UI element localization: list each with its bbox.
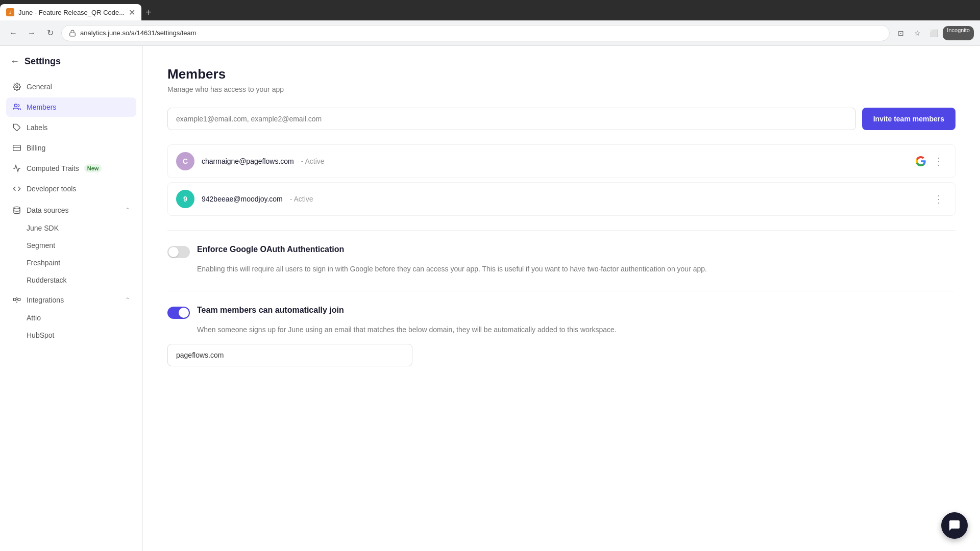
billing-icon — [12, 143, 21, 153]
reload-button[interactable]: ↻ — [43, 26, 57, 40]
address-bar[interactable]: analytics.june.so/a/14631/settings/team — [61, 25, 890, 41]
divider — [167, 291, 955, 291]
sidebar-item-computed-traits[interactable]: Computed Traits New — [6, 159, 136, 178]
member-actions: ⋮ — [915, 154, 947, 168]
member-status: - Active — [290, 195, 313, 203]
sidebar-item-developer-tools[interactable]: Developer tools — [6, 179, 136, 198]
sidebar-item-labels-label: Labels — [27, 123, 47, 132]
integrations-group: Integrations ⌃ Attio HubSpot — [6, 290, 136, 343]
sidebar-item-developer-tools-label: Developer tools — [27, 185, 76, 193]
member-status: - Active — [301, 157, 325, 165]
divider — [167, 230, 955, 231]
back-button[interactable]: ← — [6, 26, 20, 40]
data-sources-group-header[interactable]: Data sources ⌃ — [6, 201, 136, 220]
auto-join-description: When someone signs up for June using an … — [197, 324, 955, 335]
browser-chrome: J June - Feature Release_QR Code... ✕ + … — [0, 0, 980, 46]
member-actions: ⋮ — [930, 192, 947, 206]
sidebar-item-members[interactable]: Members — [6, 97, 136, 117]
sidebar-title: Settings — [24, 56, 61, 67]
toggle-thumb — [168, 247, 179, 257]
cast-icon[interactable]: ⊡ — [894, 26, 908, 40]
forward-button[interactable]: → — [24, 26, 39, 40]
new-tab-button[interactable]: + — [145, 4, 152, 20]
auto-join-label: Team members can automatically join — [197, 306, 344, 315]
member-row: C charmaigne@pageflows.com - Active ⋮ — [167, 144, 955, 178]
sidebar-item-billing-label: Billing — [27, 144, 45, 152]
sidebar: ← Settings General Members — [0, 46, 143, 551]
svg-rect-0 — [70, 33, 76, 36]
browser-action-icons: ⊡ ☆ ⬜ Incognito — [894, 26, 974, 40]
sidebar-item-billing[interactable]: Billing — [6, 138, 136, 158]
member-email: charmaigne@pageflows.com — [202, 157, 294, 165]
sidebar-item-hubspot-label: HubSpot — [27, 331, 54, 339]
tab-close-button[interactable]: ✕ — [129, 8, 135, 17]
auto-join-toggle[interactable] — [167, 307, 190, 319]
sidebar-item-hubspot[interactable]: HubSpot — [6, 327, 136, 343]
members-icon — [12, 103, 21, 112]
svg-point-6 — [14, 207, 20, 209]
enforce-oauth-toggle[interactable] — [167, 246, 190, 258]
sidebar-item-attio[interactable]: Attio — [6, 310, 136, 326]
svg-point-2 — [14, 104, 17, 107]
sidebar-item-general[interactable]: General — [6, 77, 136, 96]
auto-join-toggle-row: Team members can automatically join — [167, 306, 955, 319]
domain-input[interactable] — [167, 344, 412, 366]
sidebar-item-june-sdk[interactable]: June SDK — [6, 220, 136, 236]
sidebar-item-attio-label: Attio — [27, 314, 41, 322]
back-arrow-icon: ← — [10, 56, 19, 67]
browser-tabs: J June - Feature Release_QR Code... ✕ + — [0, 0, 980, 20]
auto-join-section: Team members can automatically join When… — [167, 306, 955, 366]
enforce-oauth-description: Enabling this will require all users to … — [197, 263, 955, 274]
integrations-group-header[interactable]: Integrations ⌃ — [6, 290, 136, 310]
enforce-oauth-section: Enforce Google OAuth Authentication Enab… — [167, 245, 955, 274]
sidebar-nav: General Members Labels — [0, 75, 142, 346]
extension-icon[interactable]: ⬜ — [926, 26, 941, 40]
sidebar-item-members-label: Members — [27, 103, 56, 111]
integrations-chevron: ⌃ — [125, 296, 130, 304]
computed-traits-new-badge: New — [84, 164, 102, 172]
domain-input-wrap — [167, 344, 955, 366]
sidebar-item-segment-label: Segment — [27, 241, 55, 249]
data-sources-group: Data sources ⌃ June SDK Segment Freshpai… — [6, 201, 136, 288]
computed-icon — [12, 164, 21, 173]
data-sources-chevron: ⌃ — [125, 207, 130, 214]
invite-row: Invite team members — [167, 108, 955, 130]
sidebar-item-general-label: General — [27, 83, 52, 91]
sidebar-item-freshpaint[interactable]: Freshpaint — [6, 255, 136, 271]
svg-rect-4 — [13, 145, 21, 151]
url-text: analytics.june.so/a/14631/settings/team — [80, 29, 882, 37]
invite-team-members-button[interactable]: Invite team members — [862, 108, 955, 130]
app-container: ← Settings General Members — [0, 46, 980, 551]
member-email: 942beeae@moodjoy.com — [202, 195, 283, 203]
bookmark-icon[interactable]: ☆ — [910, 26, 924, 40]
sidebar-item-freshpaint-label: Freshpaint — [27, 259, 60, 267]
member-row: 9 942beeae@moodjoy.com - Active ⋮ — [167, 182, 955, 216]
enforce-oauth-label: Enforce Google OAuth Authentication — [197, 245, 344, 254]
svg-rect-7 — [13, 298, 16, 301]
active-tab[interactable]: J June - Feature Release_QR Code... ✕ — [0, 4, 141, 20]
sidebar-back-header[interactable]: ← Settings — [0, 46, 142, 75]
integrations-label: Integrations — [27, 296, 64, 304]
tab-title: June - Feature Release_QR Code... — [18, 9, 125, 16]
avatar: C — [176, 152, 194, 170]
enforce-oauth-toggle-row: Enforce Google OAuth Authentication — [167, 245, 955, 258]
code-icon — [12, 184, 21, 193]
svg-point-1 — [16, 86, 18, 88]
chat-button[interactable] — [941, 512, 968, 539]
page-title: Members — [167, 66, 955, 82]
page-subtitle: Manage who has access to your app — [167, 85, 955, 93]
main-content: Members Manage who has access to your ap… — [143, 46, 980, 551]
data-sources-children: June SDK Segment Freshpaint Rudderstack — [6, 220, 136, 288]
lock-icon — [69, 30, 76, 37]
member-more-menu-button[interactable]: ⋮ — [930, 154, 947, 168]
toggle-thumb — [179, 308, 189, 318]
sidebar-item-rudderstack[interactable]: Rudderstack — [6, 272, 136, 288]
sidebar-item-labels[interactable]: Labels — [6, 118, 136, 137]
sidebar-item-rudderstack-label: Rudderstack — [27, 276, 67, 284]
member-more-menu-button[interactable]: ⋮ — [930, 192, 947, 206]
invite-email-input[interactable] — [167, 108, 856, 130]
sidebar-item-june-sdk-label: June SDK — [27, 224, 59, 232]
integrations-children: Attio HubSpot — [6, 310, 136, 343]
label-icon — [12, 123, 21, 132]
sidebar-item-segment[interactable]: Segment — [6, 237, 136, 254]
